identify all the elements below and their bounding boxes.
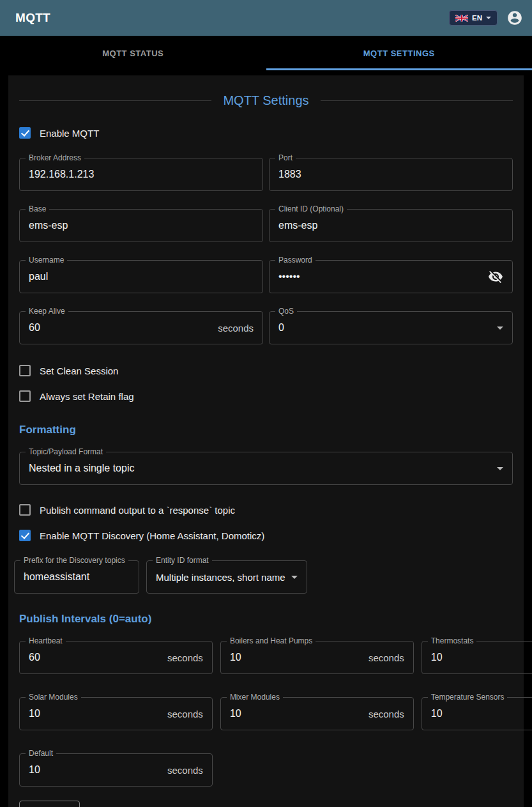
username-field[interactable]: Username xyxy=(19,260,263,293)
keep-alive-input[interactable] xyxy=(29,322,211,334)
caret-down-icon xyxy=(497,327,503,330)
response-topic-row[interactable]: Publish command output to a `response` t… xyxy=(19,502,513,518)
solar-interval-field[interactable]: Solar Modules seconds xyxy=(19,697,213,730)
retain-flag-row[interactable]: Always set Retain flag xyxy=(19,388,513,404)
base-clientid-row: Base Client ID (Optional) xyxy=(19,209,513,242)
account-circle-icon xyxy=(506,10,523,26)
enable-mqtt-label: Enable MQTT xyxy=(40,128,99,139)
entity-id-format-value: Multiple instances, short name xyxy=(156,572,286,583)
tab-mqtt-status[interactable]: MQTT STATUS xyxy=(0,36,266,70)
broker-address-label: Broker Address xyxy=(26,153,84,162)
broker-address-input[interactable] xyxy=(29,169,254,180)
heartbeat-interval-field[interactable]: Heartbeat seconds xyxy=(19,641,213,674)
discovery-options-row: Prefix for the Discovery topics Entity I… xyxy=(14,560,513,594)
mixer-unit: seconds xyxy=(369,709,404,719)
default-unit: seconds xyxy=(167,765,203,776)
keep-alive-field[interactable]: Keep Alive seconds xyxy=(19,311,263,344)
qos-select[interactable]: QoS 0 xyxy=(269,311,513,344)
app-title: MQTT xyxy=(15,11,50,25)
settings-panel: MQTT Settings Enable MQTT Broker Address… xyxy=(8,75,524,807)
temperature-label: Temperature Sensors xyxy=(428,693,508,702)
password-label: Password xyxy=(275,256,315,265)
mqtt-discovery-label: Enable MQTT Discovery (Home Assistant, D… xyxy=(40,530,264,541)
entity-id-format-select[interactable]: Entity ID format Multiple instances, sho… xyxy=(146,560,307,594)
port-field[interactable]: Port xyxy=(269,158,513,191)
retain-flag-label: Always set Retain flag xyxy=(40,391,134,402)
save-button[interactable]: SAVE xyxy=(19,801,80,807)
topic-format-select[interactable]: Topic/Payload Format Nested in a single … xyxy=(19,452,513,485)
username-label: Username xyxy=(26,256,67,265)
page-title: MQTT Settings xyxy=(19,93,513,108)
qos-label: QoS xyxy=(275,307,297,316)
boilers-unit: seconds xyxy=(369,652,404,663)
mixer-label: Mixer Modules xyxy=(227,693,283,702)
divider xyxy=(19,100,211,101)
thermostats-label: Thermostats xyxy=(428,636,477,645)
heartbeat-unit: seconds xyxy=(167,652,203,663)
client-id-input[interactable] xyxy=(278,220,503,231)
entity-id-format-label: Entity ID format xyxy=(153,556,212,565)
default-interval-field[interactable]: Default seconds xyxy=(19,753,213,787)
solar-unit: seconds xyxy=(167,709,203,719)
language-label: EN xyxy=(472,14,482,22)
password-input[interactable] xyxy=(278,271,483,282)
thermostats-input[interactable] xyxy=(431,652,532,663)
solar-input[interactable] xyxy=(29,708,161,719)
base-input[interactable] xyxy=(29,220,254,231)
response-topic-label: Publish command output to a `response` t… xyxy=(40,505,235,516)
client-id-label: Client ID (Optional) xyxy=(275,204,347,213)
keep-alive-label: Keep Alive xyxy=(26,307,68,316)
clean-session-row[interactable]: Set Clean Session xyxy=(19,362,513,379)
page-title-text: MQTT Settings xyxy=(223,93,308,108)
mixer-interval-field[interactable]: Mixer Modules seconds xyxy=(220,697,414,730)
discovery-prefix-input[interactable] xyxy=(24,571,130,583)
port-input[interactable] xyxy=(278,169,503,180)
boilers-interval-field[interactable]: Boilers and Heat Pumps seconds xyxy=(220,641,414,674)
caret-down-icon xyxy=(291,576,298,579)
enable-mqtt-checkbox[interactable] xyxy=(19,127,31,139)
credentials-row: Username Password xyxy=(19,260,513,293)
default-label: Default xyxy=(26,749,56,758)
heartbeat-label: Heartbeat xyxy=(26,636,66,645)
boilers-label: Boilers and Heat Pumps xyxy=(227,636,315,645)
temperature-interval-field[interactable]: Temperature Sensors seconds xyxy=(422,697,532,730)
discovery-prefix-field[interactable]: Prefix for the Discovery topics xyxy=(14,560,139,594)
account-button[interactable] xyxy=(506,10,523,26)
topic-format-value: Nested in a single topic xyxy=(29,463,492,474)
heartbeat-input[interactable] xyxy=(29,652,161,663)
divider xyxy=(321,100,513,101)
username-input[interactable] xyxy=(29,271,254,282)
publish-intervals-heading: Publish Intervals (0=auto) xyxy=(19,613,513,626)
qos-value: 0 xyxy=(278,322,492,334)
default-input[interactable] xyxy=(29,764,161,776)
language-selector[interactable]: EN xyxy=(449,10,498,26)
uk-flag-icon xyxy=(455,15,468,22)
mixer-input[interactable] xyxy=(230,708,362,719)
eye-off-icon xyxy=(488,269,503,284)
toggle-password-visibility-button[interactable] xyxy=(488,269,503,284)
tab-mqtt-settings[interactable]: MQTT SETTINGS xyxy=(266,36,532,70)
port-label: Port xyxy=(275,153,296,162)
base-field[interactable]: Base xyxy=(19,209,263,242)
mqtt-discovery-checkbox[interactable] xyxy=(19,530,31,541)
retain-flag-checkbox[interactable] xyxy=(19,390,31,402)
boilers-input[interactable] xyxy=(230,652,362,663)
broker-address-field[interactable]: Broker Address xyxy=(19,158,263,191)
topic-format-label: Topic/Payload Format xyxy=(26,447,106,456)
thermostats-interval-field[interactable]: Thermostats seconds xyxy=(422,641,532,674)
temperature-input[interactable] xyxy=(431,708,532,719)
password-field[interactable]: Password xyxy=(269,260,513,293)
base-label: Base xyxy=(26,204,49,213)
enable-mqtt-row[interactable]: Enable MQTT xyxy=(19,125,513,141)
clean-session-label: Set Clean Session xyxy=(40,365,118,376)
response-topic-checkbox[interactable] xyxy=(19,504,31,516)
keep-alive-unit: seconds xyxy=(218,323,254,334)
keepalive-qos-row: Keep Alive seconds QoS 0 xyxy=(19,311,513,344)
client-id-field[interactable]: Client ID (Optional) xyxy=(269,209,513,242)
clean-session-checkbox[interactable] xyxy=(19,365,31,376)
app-bar-actions: EN xyxy=(449,10,523,26)
solar-label: Solar Modules xyxy=(26,693,81,702)
caret-down-icon xyxy=(486,17,491,19)
discovery-prefix-label: Prefix for the Discovery topics xyxy=(20,556,128,565)
mqtt-discovery-row[interactable]: Enable MQTT Discovery (Home Assistant, D… xyxy=(19,527,513,544)
